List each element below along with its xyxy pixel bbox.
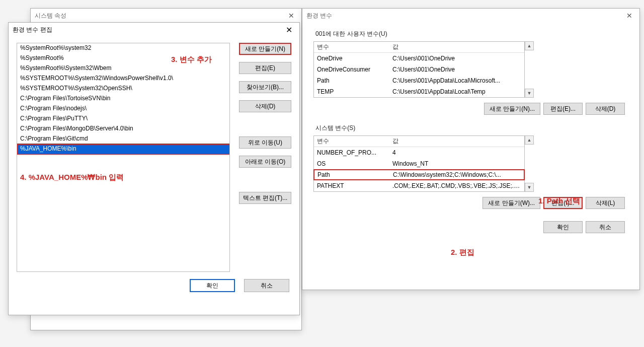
close-icon[interactable]: ✕ (283, 25, 295, 35)
new-user-var-button[interactable]: 새로 만들기(N)... (484, 103, 540, 115)
path-list[interactable]: %SystemRoot%\system32%SystemRoot%%System… (17, 43, 230, 272)
scroll-up-icon[interactable]: ▲ (525, 135, 534, 145)
path-list-item[interactable]: C:\Program Files\MongoDB\Server\4.0\bin (17, 124, 229, 134)
new-path-button[interactable]: 새로 만들기(N) (239, 43, 291, 55)
move-down-button[interactable]: 아래로 이동(O) (239, 156, 291, 168)
user-vars-group-label: 001에 대한 사용자 변수(U) (315, 30, 628, 38)
scroll-down-icon[interactable]: ▼ (525, 89, 534, 98)
edit-user-var-button[interactable]: 편집(E)... (543, 103, 583, 115)
path-list-item[interactable]: C:\Program Files\nodejs\ (17, 104, 229, 114)
titlebar: 시스템 속성 ✕ (31, 9, 301, 23)
sys-vars-group-label: 시스템 변수(S) (315, 124, 628, 132)
annotation-1: 1. Path 선택 (538, 196, 580, 206)
dialog-title: 환경 변수 (306, 12, 332, 20)
delete-path-button[interactable]: 삭제(D) (239, 100, 291, 112)
path-list-item[interactable]: %SystemRoot%\system32 (17, 43, 229, 53)
cancel-button[interactable]: 취소 (244, 279, 289, 292)
path-list-item[interactable]: C:\Program Files\PuTTY\ (17, 114, 229, 124)
annotation-3: 3. 변수 추가 (171, 55, 212, 64)
browse-button[interactable]: 찾아보기(B)... (239, 81, 291, 93)
table-header: 변수 값 (314, 42, 524, 53)
delete-sys-var-button[interactable]: 삭제(L) (586, 197, 625, 209)
close-icon[interactable]: ✕ (623, 12, 635, 20)
col-header-val: 값 (392, 43, 521, 51)
table-row[interactable]: OneDriveConsumer C:\Users\001\OneDrive (314, 64, 524, 75)
edit-path-button[interactable]: 편집(E) (239, 62, 291, 74)
dialog-title: 환경 변수 편집 (13, 26, 52, 34)
path-list-item[interactable]: %SystemRoot%\System32\Wbem (17, 63, 229, 74)
ok-button[interactable]: 확인 (543, 221, 583, 233)
edit-env-var-dialog: 환경 변수 편집 ✕ %SystemRoot%\system32%SystemR… (8, 22, 300, 315)
user-vars-table[interactable]: 변수 값 OneDrive C:\Users\001\OneDrive OneD… (313, 41, 525, 98)
col-header-var: 변수 (317, 137, 392, 146)
path-list-item[interactable]: %JAVA_HOME%\bin (17, 144, 229, 154)
path-list-item[interactable]: C:\Program Files\Git\cmd (17, 134, 229, 144)
close-icon[interactable]: ✕ (285, 12, 297, 20)
dialog-title: 시스템 속성 (35, 12, 66, 20)
col-header-var: 변수 (317, 43, 392, 51)
table-row[interactable]: OneDrive C:\Users\001\OneDrive (314, 53, 524, 64)
scroll-up-icon[interactable]: ▲ (525, 41, 534, 50)
cancel-button[interactable]: 취소 (586, 221, 625, 233)
sys-vars-table[interactable]: 변수 값 NUMBER_OF_PRO... 4 OS Windows_NT Pa… (313, 135, 525, 192)
delete-user-var-button[interactable]: 삭제(D) (586, 103, 625, 115)
move-up-button[interactable]: 위로 이동(U) (239, 136, 291, 149)
table-row[interactable]: TEMP C:\Users\001\AppData\Local\Temp (314, 86, 524, 97)
scroll-down-icon[interactable]: ▼ (525, 183, 534, 192)
table-row[interactable]: Path C:\Users\001\AppData\Local\Microsof… (314, 75, 524, 86)
table-row[interactable]: NUMBER_OF_PRO... 4 (314, 147, 524, 158)
titlebar: 환경 변수 편집 ✕ (9, 23, 299, 37)
path-list-item[interactable]: %SYSTEMROOT%\System32\OpenSSH\ (17, 84, 229, 94)
table-header: 변수 값 (314, 136, 524, 147)
text-edit-button[interactable]: 텍스트 편집(T)... (239, 192, 291, 204)
table-row[interactable]: PATHEXT .COM;.EXE;.BAT;.CMD;.VBS;.VBE;.J… (314, 180, 524, 191)
annotation-4: 4. %JAVA_HOME%₩bin 입력 (20, 173, 124, 182)
titlebar: 환경 변수 ✕ (302, 9, 639, 23)
table-row[interactable]: OS Windows_NT (314, 158, 524, 169)
annotation-2: 2. 편집 (451, 248, 474, 257)
col-header-val: 값 (392, 137, 521, 146)
path-list-item[interactable]: %SYSTEMROOT%\System32\WindowsPowerShell\… (17, 74, 229, 84)
new-sys-var-button[interactable]: 새로 만들기(W)... (482, 197, 540, 209)
ok-button[interactable]: 확인 (190, 279, 235, 292)
table-row-path[interactable]: Path C:\Windows\system32;C:\Windows;C:\.… (313, 169, 525, 180)
path-list-item[interactable]: C:\Program Files\TortoiseSVN\bin (17, 94, 229, 104)
